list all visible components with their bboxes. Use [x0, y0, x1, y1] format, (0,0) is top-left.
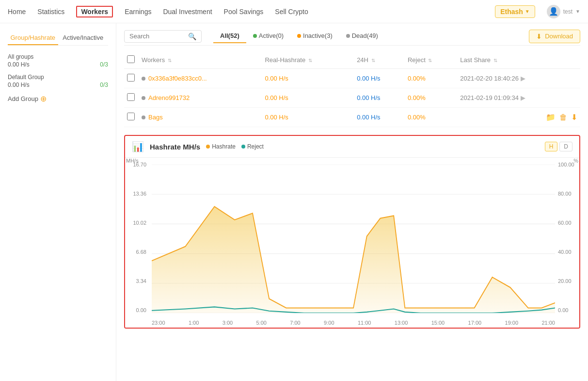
- y-right-label-0: 100.00: [558, 162, 574, 167]
- filter-tab-inactive[interactable]: Inactive(3): [290, 29, 339, 43]
- download-button[interactable]: ⬇ Download: [529, 30, 580, 43]
- chart-header: 📊 Hashrate MH/s Hashrate Reject H D: [125, 136, 579, 158]
- col-real-hashrate: Real-Hashrate ⇅: [262, 51, 354, 69]
- y-right-label-5: 0.00: [558, 307, 568, 313]
- reject-val: 0.00%: [408, 114, 426, 121]
- plus-circle-icon: ⊕: [40, 94, 47, 103]
- folder-icon[interactable]: 📁: [546, 113, 556, 122]
- download-icon: ⬇: [536, 33, 542, 40]
- reject-legend-dot: [241, 145, 245, 149]
- add-group-button[interactable]: Add Group ⊕: [8, 94, 108, 103]
- worker-name[interactable]: 0x336a3f0e833cc0...: [148, 75, 207, 82]
- row-checkbox-1[interactable]: [127, 93, 135, 101]
- chart-title: Hashrate MH/s: [150, 143, 200, 151]
- y-left-label-4: 3.34: [136, 278, 146, 284]
- x-label-10: 19:00: [505, 320, 519, 326]
- active-dot-icon: [253, 34, 257, 38]
- nav-home[interactable]: Home: [8, 8, 26, 16]
- row-arrow-icon[interactable]: ▶: [521, 75, 525, 82]
- default-group-label: Default Group: [8, 74, 108, 81]
- y-right-label-4: 20.00: [558, 278, 572, 284]
- y-left-label-1: 13.36: [133, 191, 146, 197]
- x-label-11: 21:00: [541, 320, 555, 326]
- y-right-label-2: 60.00: [558, 220, 572, 226]
- sidebar-default-group: Default Group 0.00 H/s 0/3: [8, 74, 108, 88]
- username-label: test: [563, 8, 572, 15]
- user-chevron-icon: ▼: [575, 9, 580, 14]
- sort-24h-icon[interactable]: ⇅: [371, 58, 375, 63]
- h24-val: 0.00 H/s: [357, 114, 380, 121]
- algo-selector[interactable]: Ethash ▼: [495, 5, 535, 18]
- user-menu[interactable]: 👤 test ▼: [547, 5, 580, 18]
- period-d-button[interactable]: D: [559, 142, 572, 151]
- x-label-9: 17:00: [468, 320, 482, 326]
- sidebar-tabs: Group/Hashrate Active/Inactive: [8, 31, 108, 46]
- default-group-count: 0/3: [100, 82, 108, 88]
- sort-reject-icon[interactable]: ⇅: [428, 58, 432, 63]
- y-left-label-0: 16.70: [133, 162, 146, 167]
- nav-sell-crypto[interactable]: Sell Crypto: [275, 8, 308, 16]
- worker-status-dot: [142, 77, 145, 81]
- x-label-7: 13:00: [395, 320, 408, 326]
- y-left-label-3: 6.68: [136, 249, 146, 255]
- col-workers: Workers ⇅: [139, 51, 262, 69]
- col-reject: Reject ⇅: [405, 51, 457, 69]
- y-right-label-1: 80.00: [558, 191, 572, 197]
- table-row: Bags 0.00 H/s 0.00 H/s 0.00% 📁 🗑 ⬇: [124, 108, 580, 127]
- sidebar-tab-group-hashrate[interactable]: Group/Hashrate: [8, 31, 58, 45]
- dead-dot-icon: [346, 34, 350, 38]
- search-icon: 🔍: [188, 33, 196, 40]
- nav-earnings[interactable]: Earnings: [125, 8, 151, 16]
- sort-workers-icon[interactable]: ⇅: [168, 58, 172, 63]
- x-label-2: 3:00: [222, 320, 233, 326]
- sidebar: Group/Hashrate Active/Inactive All group…: [0, 23, 116, 381]
- default-group-rate: 0.00 H/s: [8, 82, 30, 88]
- row-checkbox-2[interactable]: [127, 113, 135, 120]
- nav-statistics[interactable]: Statistics: [37, 8, 64, 16]
- download-row-icon[interactable]: ⬇: [571, 113, 577, 122]
- worker-name[interactable]: Bags: [148, 114, 163, 121]
- worker-name[interactable]: Adreno991732: [148, 94, 190, 101]
- nav-pool-savings[interactable]: Pool Savings: [224, 8, 264, 16]
- search-box[interactable]: 🔍: [124, 30, 202, 43]
- nav-dual-investment[interactable]: Dual Investment: [163, 8, 212, 16]
- chevron-down-icon: ▼: [525, 9, 530, 14]
- table-row: 0x336a3f0e833cc0... 0.00 H/s 0.00 H/s 0.…: [124, 69, 580, 88]
- select-all-checkbox[interactable]: [127, 55, 135, 63]
- all-groups-label: All groups: [8, 53, 108, 60]
- filter-tab-active[interactable]: Active(0): [246, 29, 290, 43]
- period-h-button[interactable]: H: [545, 142, 558, 151]
- search-input[interactable]: [129, 33, 185, 40]
- x-label-0: 23:00: [152, 320, 165, 326]
- workers-table: Workers ⇅ Real-Hashrate ⇅ 24H ⇅ Reject: [124, 51, 580, 127]
- filter-tab-dead[interactable]: Dead(49): [339, 29, 385, 43]
- chart-body: MH/s % 16.70 13.36 10.02 6.68 3.34 0.00 …: [125, 158, 579, 328]
- hashrate-legend-dot: [206, 145, 210, 149]
- nav-workers[interactable]: Workers: [76, 6, 113, 17]
- all-groups-rate: 0.00 H/s: [8, 61, 30, 68]
- sidebar-tab-active-inactive[interactable]: Active/Inactive: [58, 31, 109, 45]
- row-arrow-icon[interactable]: ▶: [521, 94, 525, 101]
- chart-period-selector: H D: [545, 142, 572, 151]
- reject-val: 0.00%: [408, 94, 426, 101]
- row-checkbox-0[interactable]: [127, 74, 135, 82]
- real-hashrate-val: 0.00 H/s: [265, 75, 288, 82]
- main-layout: Group/Hashrate Active/Inactive All group…: [0, 23, 588, 381]
- y-left-label-2: 10.02: [133, 220, 146, 226]
- filter-tab-all[interactable]: All(52): [213, 29, 246, 43]
- y-left-label-5: 0.00: [136, 307, 146, 313]
- delete-icon[interactable]: 🗑: [559, 113, 567, 122]
- chart-svg: [152, 165, 555, 313]
- algo-label: Ethash: [500, 8, 523, 16]
- content-area: 🔍 All(52) Active(0) Inactive(3) Dead(49)…: [116, 23, 588, 381]
- x-label-4: 7:00: [290, 320, 300, 326]
- all-groups-count: 0/3: [100, 61, 108, 68]
- hashrate-chart-section: 📊 Hashrate MH/s Hashrate Reject H D MH/s: [124, 135, 580, 329]
- legend-hashrate: Hashrate: [206, 143, 236, 150]
- user-avatar-icon: 👤: [547, 5, 560, 18]
- navigation: Home Statistics Workers Earnings Dual In…: [0, 0, 588, 23]
- x-label-3: 5:00: [256, 320, 267, 326]
- worker-status-dot: [142, 116, 145, 119]
- sort-hashrate-icon[interactable]: ⇅: [308, 58, 312, 63]
- sort-lastshare-icon[interactable]: ⇅: [493, 58, 497, 63]
